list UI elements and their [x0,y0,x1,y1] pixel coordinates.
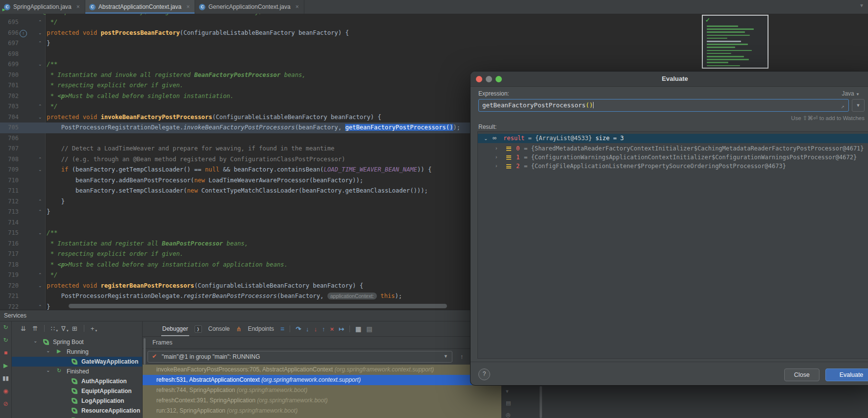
stack-frame-row[interactable]: refresh:744, SpringApplication (org.spri… [143,385,501,395]
frame-package: (org.springframework.context.support) [261,376,361,383]
filter-icon[interactable]: ∇▼ [61,325,66,332]
minimap-line [707,31,745,33]
chevron-expanded-icon[interactable]: ⌄ [46,368,50,373]
services-panel-title: Services [4,312,26,319]
collapse-all-icon[interactable]: ⇈ [32,325,38,332]
stack-frame-row[interactable]: run:140, SpringApplicationBuilder (org.s… [143,416,501,418]
service-label: ResourceApplication [81,407,140,414]
editor-tab[interactable]: CGenericApplicationContext.java× [195,0,304,14]
code-text: * Instantiate and invoke all registered … [32,70,306,81]
language-selector[interactable]: Java ▼ [809,90,860,97]
tab-label: SpringApplication.java [13,3,72,10]
chevron-collapsed-icon[interactable]: › [496,153,497,162]
tab-overflow-icon[interactable]: ▾ [860,2,863,9]
services-tree-item[interactable] [12,416,142,418]
divider [143,348,501,349]
force-step-into-icon[interactable]: ↓ [314,325,318,333]
minimap-line [707,53,731,54]
step-out-icon[interactable]: ↑ [322,325,325,333]
dialog-title-bar[interactable]: Evaluate [471,72,868,87]
collapse-arrow-icon[interactable]: ▾ [506,388,509,394]
mute-breakpoints-icon[interactable]: ⊘ [3,401,8,407]
services-tree-item[interactable]: AuthApplication [12,376,142,386]
help-button[interactable]: ? [478,369,490,380]
close-icon[interactable]: × [186,3,190,10]
stack-frame-row[interactable]: refresh:531, AbstractApplicationContext … [143,375,501,385]
variables-scrollbar[interactable] [540,386,542,418]
stop-icon[interactable]: ■ [4,350,7,356]
tab-debugger[interactable]: Debugger [161,321,189,336]
result-child-row[interactable]: ›1= {ConfigurationWarningsApplicationCon… [478,153,868,162]
resume-icon[interactable]: ▶ [3,363,8,369]
variables-list-icon[interactable]: ▤ [506,400,511,406]
step-into-icon[interactable]: ↓ [306,325,309,333]
stack-frame-row[interactable]: refreshContext:391, SpringApplication (o… [143,395,501,406]
pause-icon[interactable]: ▮▮ [2,375,9,382]
line-number: 713 [0,207,19,218]
services-tree-item[interactable]: EquiptApplication [12,386,142,396]
expression-history-dropdown[interactable]: ▼ [852,99,865,112]
services-pane: ⇊⇈∷▼∇▼⊞+▼ ⌄Spring Boot⌄▶RunningGateWayAp… [12,321,142,418]
close-icon[interactable]: × [296,3,299,10]
close-window-icon[interactable] [476,76,482,82]
minimize-window-icon[interactable] [486,76,492,82]
editor-horizontal-scrollbar[interactable] [69,304,447,308]
close-icon[interactable]: × [76,3,80,10]
chevron-expanded-icon[interactable]: ⌄ [484,134,488,143]
watch-icon[interactable]: ◎ [506,412,511,418]
tab-endpoints[interactable]: Endpoints [247,321,275,336]
service-label: LogApplication [81,397,124,404]
zoom-window-icon[interactable] [496,76,502,82]
services-tree-item[interactable]: ⌄↻Finished [12,367,142,376]
service-label: GateWayApplication [81,358,138,365]
result-child-row[interactable]: ›2= {ConfigFileApplicationListener$Prope… [478,162,868,171]
line-number: 718 [0,260,19,270]
rerun-debug-icon[interactable]: ↻ [3,337,8,344]
evaluate-button[interactable]: Evaluate [825,369,868,381]
run-to-cursor-icon[interactable]: ↦ [339,325,344,333]
thread-running-icon: ✔ [152,353,157,360]
result-child-row[interactable]: ›0= {SharedMetadataReaderFactoryContextI… [478,144,868,153]
chevron-collapsed-icon[interactable]: › [496,162,497,171]
editor-tab[interactable]: CAbstractApplicationContext.java× [85,0,195,14]
result-row[interactable]: ⌄ ∞ result = {ArrayList@4533} size = 3 [478,134,868,143]
frames-scrollbar[interactable] [144,338,146,365]
threads-view-icon[interactable]: ≡ [280,325,284,333]
expand-editor-icon[interactable]: ↗ [841,101,844,112]
chevron-down-icon[interactable]: ▼ [444,354,448,359]
services-tree-item[interactable]: GateWayApplication [12,357,142,367]
add-tab-icon[interactable]: ⊞ [72,325,77,332]
services-tree-item[interactable]: ⌄Spring Boot [12,337,142,347]
code-text: beanFactory.addBeanPostProcessor(new Loa… [32,175,363,186]
expression-input[interactable]: getBeanFactoryPostProcessors() ↗ [478,99,849,112]
expand-all-icon[interactable]: ⇊ [21,325,26,332]
view-breakpoints-icon[interactable]: ◉ [3,388,8,394]
stack-frame-row[interactable]: run:312, SpringApplication (org.springfr… [143,406,501,416]
layout-settings-icon[interactable]: ▤ [366,325,372,333]
run-badge-icon: ▶ [2,8,5,12]
chevron-expanded-icon[interactable]: ⌄ [33,338,37,344]
line-number: 697 [0,38,19,49]
evaluate-expression-icon[interactable]: ▦ [355,325,361,333]
code-text: // (e.g. through an @Bean method registe… [32,154,345,165]
rerun-icon[interactable]: ↻ [3,324,8,331]
close-button[interactable]: Close [784,369,819,381]
override-method-icon[interactable]: ↑ [20,30,27,37]
drop-frame-icon[interactable]: × [330,325,334,333]
services-tree-item[interactable]: ⌄▶Running [12,347,142,357]
tab-console[interactable]: Console [207,321,231,336]
stack-frame-row[interactable]: invokeBeanFactoryPostProcessors:705, Abs… [143,365,501,375]
run-icon: ▶ [57,348,61,354]
chevron-collapsed-icon[interactable]: › [496,144,497,153]
add-service-icon[interactable]: +▼ [91,325,95,332]
thread-selector[interactable]: ✔ "main"@1 in group "main": RUNNING ▼ [148,351,452,363]
list-value-icon [506,155,511,160]
step-over-icon[interactable]: ↷ [296,325,301,333]
chevron-expanded-icon[interactable]: ⌄ [46,348,50,353]
group-by-icon[interactable]: ∷▼ [51,325,55,332]
services-tree-item[interactable]: LogApplication [12,396,142,406]
services-tree-item[interactable]: ResourceApplication [12,406,142,416]
up-stack-icon[interactable]: ↑ [460,353,464,360]
minimap-line [707,47,735,48]
editor-tab[interactable]: C▶SpringApplication.java× [0,0,85,14]
